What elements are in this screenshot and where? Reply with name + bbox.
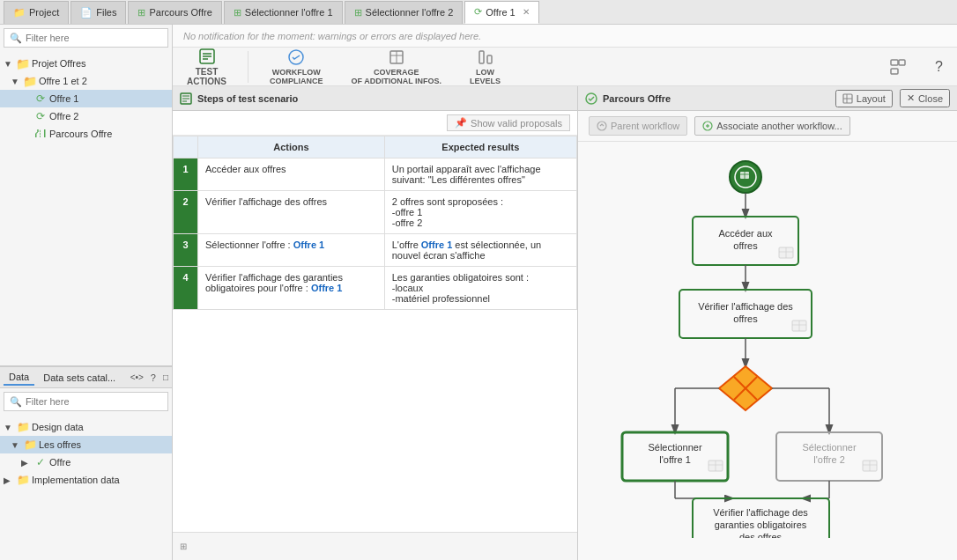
separator: [248, 51, 249, 83]
file-icon: 📄: [80, 7, 93, 18]
tree-item-offre-1-et-2[interactable]: ▼ 📁 Offre 1 et 2: [0, 72, 172, 90]
table-icon2: ⊞: [234, 7, 241, 18]
workflow-icon: [287, 48, 305, 66]
data-sets-tab-btn[interactable]: Data sets catal...: [38, 371, 121, 385]
workflow-panel: Parcours Offre Layout ✕: [578, 86, 957, 560]
expand-arrow: ▶: [21, 458, 32, 468]
svg-text:garanties obligatoires: garanties obligatoires: [715, 519, 807, 530]
question-icon: ?: [935, 59, 943, 75]
help-action-group[interactable]: ?: [928, 55, 950, 78]
table-footer-icon: ⊞: [180, 542, 187, 551]
tab-selectionner-offre-1[interactable]: ⊞ Sélectionner l'offre 1: [224, 1, 343, 24]
test-actions-group[interactable]: TEST ACTIONS: [180, 44, 234, 90]
tree-item-offre-2[interactable]: ⟳ Offre 2: [0, 107, 172, 125]
parcours-icon: ⛙: [33, 127, 48, 141]
tab-files[interactable]: 📄 Files: [70, 1, 126, 24]
data-search-box[interactable]: 🔍: [4, 392, 168, 411]
svg-rect-9: [487, 55, 492, 63]
low-levels-group[interactable]: LOW LEVELS: [463, 45, 508, 89]
share-group[interactable]: [882, 55, 914, 79]
folder-icon: 📁: [16, 56, 30, 70]
col-expected-header: Expected results: [384, 136, 576, 158]
search-icon: 🔍: [10, 33, 22, 44]
workflow-title: Parcours Offre: [585, 92, 671, 105]
offre-icon: ⟳: [33, 109, 48, 123]
expected-cell: Les garanties obligatoires sont :-locaux…: [384, 267, 576, 310]
tree-label: Design data: [32, 422, 84, 432]
test-panel-title: Steps of test scenario: [197, 93, 298, 104]
offre-link2[interactable]: Offre 1: [421, 239, 452, 250]
expand-arrow: ▼: [11, 77, 21, 86]
data-search-input[interactable]: [26, 396, 162, 407]
close-tab-icon[interactable]: ✕: [523, 7, 530, 17]
layout-btn[interactable]: Layout: [835, 90, 893, 107]
left-panel: 🔍 ▼ 📁 Projet Offres ▼ 📁 Offre 1 et 2: [0, 25, 173, 560]
project-search-box[interactable]: 🔍: [4, 28, 168, 48]
tree-item-parcours-offre[interactable]: ⛙ Parcours Offre: [0, 125, 172, 143]
test-icon: [198, 48, 216, 65]
table-row: 2 Vérifier l'affichage des offres 2 offr…: [174, 191, 577, 234]
action-cell: Sélectionner l'offre : Offre 1: [198, 234, 385, 267]
tree-label: Offre: [49, 457, 70, 468]
workflow-diagram[interactable]: Accéder aux offres Vérifier l'affichage …: [578, 142, 957, 560]
data-tab-btn[interactable]: Data: [4, 370, 34, 386]
tab-selectionner-offre-2[interactable]: ⊞ Sélectionner l'offre 2: [345, 1, 464, 24]
data-section: Data Data sets catal... <•> ? □ 🔍 ▼ 📁 De…: [0, 366, 172, 560]
tree-item-design-data[interactable]: ▼ 📁 Design data: [0, 418, 172, 436]
show-proposals-btn[interactable]: 📌 Show valid proposals: [447, 114, 570, 131]
action-toolbar: TEST ACTIONS WORKFLOW COMPLIANCE: [173, 48, 957, 86]
associate-workflow-btn[interactable]: Associate another workflow...: [694, 116, 849, 136]
offre-link[interactable]: Offre 1: [293, 239, 324, 250]
tree-item-offre[interactable]: ▶ ✓ Offre: [0, 453, 172, 471]
wf-toolbar: Parent workflow Associate another workfl…: [578, 111, 957, 142]
data-tree: ▼ 📁 Design data ▼ 📁 Les offres ▶ ✓ Offre: [0, 415, 172, 492]
row-number: 3: [174, 234, 198, 267]
tree-item-impl-data[interactable]: ▶ 📁 Implementation data: [0, 471, 172, 489]
svg-rect-10: [891, 60, 898, 65]
workflow-svg: Accéder aux offres Vérifier l'affichage …: [587, 151, 904, 538]
tree-label: Projet Offres: [32, 58, 86, 69]
col-num-header: [174, 136, 198, 158]
close-workflow-btn[interactable]: ✕ Close: [900, 89, 950, 107]
workflow-actions: Layout ✕ Close: [835, 89, 950, 107]
svg-text:Accéder aux: Accéder aux: [718, 228, 773, 239]
code-icon[interactable]: <•>: [130, 372, 144, 382]
tree-item-les-offres[interactable]: ▼ 📁 Les offres: [0, 436, 172, 453]
right-content: No notification for the moment: warnings…: [173, 25, 957, 560]
project-search-input[interactable]: [26, 33, 162, 43]
svg-text:offres: offres: [733, 240, 758, 251]
action-cell: Vérifier l'affichage des offres: [198, 191, 385, 234]
x-icon: ✕: [907, 92, 915, 104]
workflow-label: WORKFLOW COMPLIANCE: [270, 68, 323, 85]
tree-item-offre-1[interactable]: ⟳ Offre 1: [0, 90, 172, 107]
row-number: 4: [174, 267, 198, 310]
associate-icon: [702, 121, 713, 131]
help-icon[interactable]: ?: [151, 372, 156, 383]
diagram-area: Accéder aux offres Vérifier l'affichage …: [578, 142, 957, 549]
workflow-panel-title: Parcours Offre: [603, 93, 671, 104]
col-actions-header: Actions: [198, 136, 385, 158]
tab-bar: 📁 Project 📄 Files ⊞ Parcours Offre ⊞ Sél…: [0, 0, 957, 25]
table-icon3: ⊞: [354, 7, 362, 18]
share-icon: [889, 58, 907, 76]
coverage-group[interactable]: COVERAGE OF ADDITIONAL INFOS.: [345, 45, 449, 89]
item-icon: ✓: [33, 455, 48, 469]
low-levels-label: LOW LEVELS: [470, 68, 501, 85]
offre-link3[interactable]: Offre 1: [311, 283, 342, 293]
workflow-compliance-group[interactable]: WORKFLOW COMPLIANCE: [263, 45, 330, 89]
no-arrow: [21, 129, 32, 139]
settings-icon[interactable]: □: [163, 372, 168, 382]
tab-offre-1[interactable]: ⟳ Offre 1 ✕: [464, 1, 538, 24]
tab-parcours-offre[interactable]: ⊞ Parcours Offre: [128, 1, 221, 24]
tab-project[interactable]: 📁 Project: [4, 1, 69, 24]
table-icon: ⊞: [137, 7, 145, 18]
offre-icon: ⟳: [33, 92, 48, 106]
coverage-icon: [388, 48, 405, 66]
svg-rect-8: [479, 51, 484, 63]
svg-text:l'offre 1: l'offre 1: [659, 454, 691, 465]
search-icon2: 🔍: [10, 396, 22, 408]
tree-item-projet-offres[interactable]: ▼ 📁 Projet Offres: [0, 55, 172, 72]
parent-workflow-btn[interactable]: Parent workflow: [589, 116, 687, 136]
tree-label: Offre 1 et 2: [39, 76, 87, 86]
svg-text:des offres: des offres: [739, 532, 783, 538]
